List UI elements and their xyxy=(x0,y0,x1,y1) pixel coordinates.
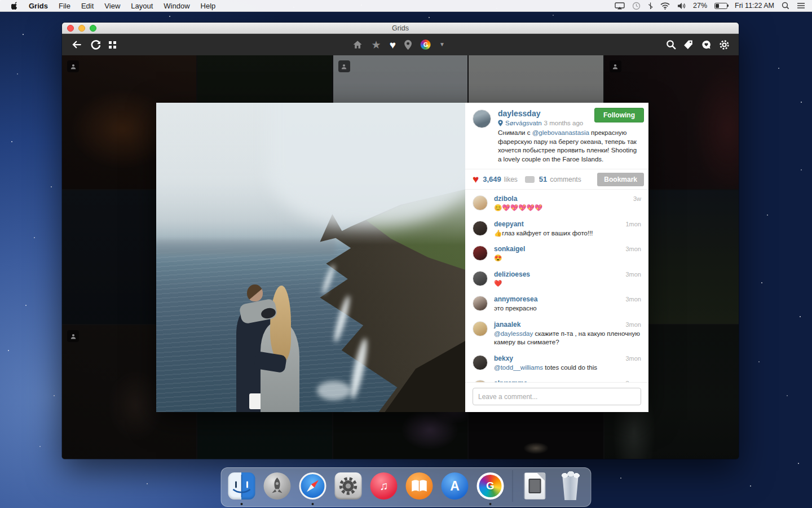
commenter-avatar[interactable] xyxy=(473,246,488,261)
post-location-link[interactable]: Sørvágsvatn xyxy=(505,120,542,126)
comment-text: это прекрасно xyxy=(494,304,641,313)
commenter-avatar[interactable] xyxy=(473,296,488,311)
likes-heart-icon[interactable]: ♥ xyxy=(473,174,479,185)
app-toolbar: ★ ♥ G ▼ xyxy=(62,34,739,55)
menu-bar: Grids File Edit View Layout Window Help … xyxy=(0,0,812,12)
post-timestamp: 3 months ago xyxy=(544,120,584,126)
caption-mention-link[interactable]: @glebovaanastasia xyxy=(532,129,589,136)
window-title: Grids xyxy=(62,24,739,32)
bookmark-button[interactable]: Bookmark xyxy=(597,173,644,186)
settings-icon[interactable] xyxy=(719,40,730,50)
comment-input[interactable] xyxy=(473,388,641,405)
comment-text: ❤️ xyxy=(494,279,641,288)
heart-icon[interactable]: ♥ xyxy=(390,40,396,50)
dock-ibooks-icon[interactable] xyxy=(405,471,434,501)
notification-center-icon[interactable] xyxy=(797,2,805,9)
dock-trash-icon[interactable] xyxy=(556,471,585,501)
comment-timestamp: 1mon xyxy=(625,221,641,227)
commenter-username[interactable]: sonkaigel xyxy=(494,245,525,253)
running-indicator xyxy=(312,503,314,505)
window-titlebar[interactable]: Grids xyxy=(62,23,739,34)
comments-count[interactable]: 51 xyxy=(539,175,547,183)
commenter-username[interactable]: skyremma xyxy=(494,379,527,382)
airplay-icon[interactable] xyxy=(615,2,625,10)
battery-percent: 27% xyxy=(693,2,707,10)
caret-down-icon[interactable]: ▼ xyxy=(439,42,445,47)
dock-separator xyxy=(513,470,513,502)
comments-label: comments xyxy=(550,176,581,183)
commenter-username[interactable]: annymoresea xyxy=(494,295,537,303)
post-photo[interactable] xyxy=(156,103,465,412)
following-button[interactable]: Following xyxy=(594,108,644,122)
comment-row: delizioeses 3mon ❤️ xyxy=(465,266,648,292)
battery-icon xyxy=(714,3,727,9)
refresh-icon[interactable] xyxy=(90,40,101,50)
commenter-avatar[interactable] xyxy=(473,271,488,286)
comment-timestamp: 3mon xyxy=(625,380,641,382)
comment-timestamp: 3mon xyxy=(625,296,641,303)
dock-itunes-icon[interactable]: ♫ xyxy=(369,471,399,501)
time-machine-icon[interactable] xyxy=(632,2,641,10)
photo-couple xyxy=(236,279,301,412)
tag-icon[interactable] xyxy=(683,40,694,50)
comment-timestamp: 3mon xyxy=(625,355,641,362)
commenter-username[interactable]: delizioeses xyxy=(494,270,530,278)
menu-view[interactable]: View xyxy=(104,2,120,10)
post-author-avatar[interactable] xyxy=(473,110,491,128)
menu-window[interactable]: Window xyxy=(164,2,189,10)
dock-system-preferences-icon[interactable] xyxy=(334,471,363,501)
search-icon[interactable] xyxy=(666,40,676,50)
menu-help[interactable]: Help xyxy=(201,2,216,10)
commenter-avatar[interactable] xyxy=(473,195,488,211)
comment-text: 👍глаз кайфует от ваших фото!!! xyxy=(494,229,641,238)
comment-row: janaalek 3mon @daylessday скажите п-та ,… xyxy=(465,317,648,351)
bluetooth-icon[interactable] xyxy=(648,2,653,10)
grid-view-icon[interactable] xyxy=(109,41,116,49)
back-icon[interactable] xyxy=(71,40,82,50)
commenter-username[interactable]: deepyant xyxy=(494,220,524,228)
dock-safari-icon[interactable] xyxy=(298,471,328,501)
dock-appstore-icon[interactable]: A xyxy=(440,471,470,501)
grids-logo[interactable]: G xyxy=(421,40,431,50)
volume-icon[interactable] xyxy=(677,2,686,10)
home-icon[interactable] xyxy=(352,40,363,50)
dock-documents-icon[interactable] xyxy=(520,471,550,501)
running-indicator xyxy=(489,503,492,505)
commenter-avatar[interactable] xyxy=(473,221,488,236)
commenter-username[interactable]: bekxy xyxy=(494,354,513,362)
menu-layout[interactable]: Layout xyxy=(131,2,153,10)
star-icon[interactable]: ★ xyxy=(372,40,381,50)
comment-text: 😍 xyxy=(494,254,641,263)
dock-grids-icon[interactable]: G xyxy=(476,471,505,501)
likes-count[interactable]: 3,649 xyxy=(483,175,501,183)
comments-list: dzibola 3w 😊💖💖💖💖💖 deepyant 1mon 👍глаз ка… xyxy=(465,190,648,382)
comment-timestamp: 3mon xyxy=(625,321,641,328)
post-caption: Снимали с @glebovaanastasia прекрасную ф… xyxy=(498,129,641,164)
commenter-username[interactable]: janaalek xyxy=(494,321,520,329)
apple-menu-icon[interactable] xyxy=(11,1,20,10)
commenter-username[interactable]: dzibola xyxy=(494,195,517,203)
commenter-avatar[interactable] xyxy=(473,380,488,382)
wifi-icon[interactable] xyxy=(660,2,670,10)
dock-finder-icon[interactable] xyxy=(227,471,257,501)
menu-file[interactable]: File xyxy=(59,2,70,10)
comment-timestamp: 3mon xyxy=(625,271,641,278)
activity-icon[interactable] xyxy=(701,40,712,50)
location-icon[interactable] xyxy=(404,40,412,50)
dock-launchpad-icon[interactable] xyxy=(263,471,292,501)
comment-text: @daylessday скажите п-та , на какую плен… xyxy=(494,330,641,347)
comment-timestamp: 3w xyxy=(633,195,641,202)
grids-app-window: Grids ★ ♥ G ▼ xyxy=(62,23,739,459)
running-indicator xyxy=(241,503,243,505)
location-pin-icon xyxy=(498,120,503,126)
spotlight-icon[interactable] xyxy=(782,2,789,10)
comment-mention-link[interactable]: @todd__williams xyxy=(494,364,543,371)
menu-edit[interactable]: Edit xyxy=(81,2,94,10)
comment-row: sonkaigel 3mon 😍 xyxy=(465,241,648,266)
comment-text: 😊💖💖💖💖💖 xyxy=(494,204,641,213)
comment-mention-link[interactable]: @daylessday xyxy=(494,330,533,337)
commenter-avatar[interactable] xyxy=(473,355,488,370)
commenter-avatar[interactable] xyxy=(473,321,488,336)
menu-clock[interactable]: Fri 11:22 AM xyxy=(735,2,774,10)
menu-app-name[interactable]: Grids xyxy=(29,2,48,10)
